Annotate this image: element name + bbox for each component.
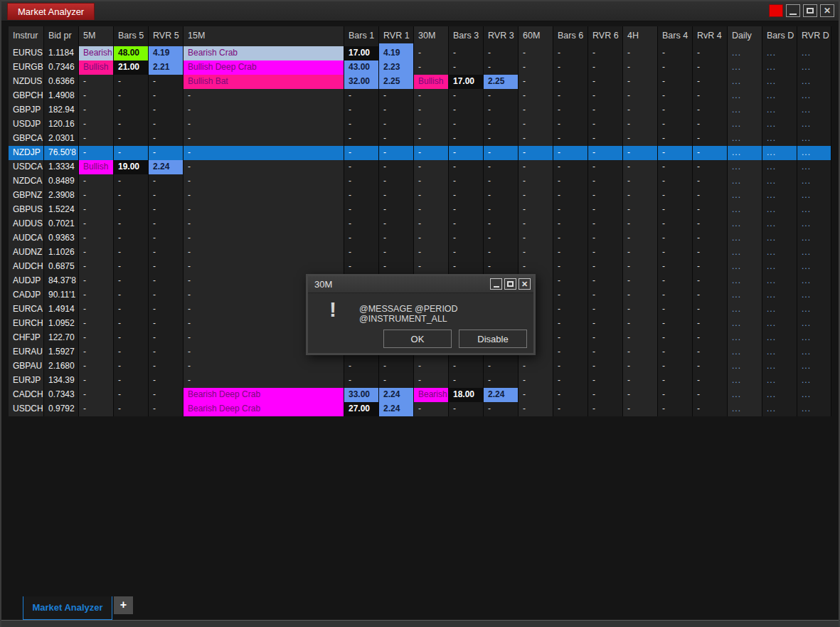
cell-bars15[interactable]: -: [344, 217, 379, 231]
cell-15m[interactable]: -: [184, 103, 344, 117]
cell-instrument[interactable]: USDJP: [9, 117, 44, 132]
cell-barsd[interactable]: ...: [762, 388, 797, 402]
cell-bars4[interactable]: -: [658, 374, 693, 388]
cell-bars15[interactable]: -: [344, 132, 379, 146]
cell-4h[interactable]: -: [623, 217, 658, 231]
column-header-rvr15[interactable]: RVR 1: [379, 26, 414, 46]
cell-rvr15[interactable]: -: [379, 217, 414, 231]
cell-15m[interactable]: -: [184, 246, 344, 260]
cell-rvr15[interactable]: -: [379, 146, 414, 160]
cell-bars60[interactable]: -: [553, 60, 588, 75]
cell-rvr60[interactable]: -: [588, 203, 623, 217]
cell-bars15[interactable]: -: [344, 246, 379, 260]
cell-instrument[interactable]: GBPNZ: [9, 189, 44, 203]
cell-rvrd[interactable]: ...: [797, 117, 831, 132]
cell-60m[interactable]: -: [519, 160, 553, 174]
cell-60m[interactable]: -: [519, 189, 553, 203]
cell-daily[interactable]: ...: [728, 89, 762, 103]
cell-rvrd[interactable]: ...: [797, 60, 831, 75]
cell-rvr15[interactable]: 4.19: [379, 46, 414, 60]
cell-60m[interactable]: -: [519, 217, 553, 231]
cell-bid[interactable]: 120.16: [44, 117, 79, 132]
cell-rvr15[interactable]: -: [379, 117, 414, 132]
cell-rvr15[interactable]: -: [379, 160, 414, 174]
grid-row-GBPCH[interactable]: GBPCH1.4908---------------.........: [9, 89, 831, 103]
cell-rvr60[interactable]: -: [588, 75, 623, 89]
cell-rvr60[interactable]: -: [588, 260, 623, 274]
cell-bars15[interactable]: -: [344, 374, 379, 388]
cell-bars60[interactable]: -: [553, 345, 588, 359]
cell-instrument[interactable]: EURJP: [9, 374, 44, 388]
cell-30m[interactable]: -: [414, 359, 449, 374]
cell-instrument[interactable]: NZDJP: [9, 146, 44, 160]
cell-rvr5[interactable]: 2.21: [149, 60, 184, 75]
cell-barsd[interactable]: ...: [762, 60, 797, 75]
cell-bars5[interactable]: 21.00: [114, 60, 149, 75]
cell-bars60[interactable]: -: [553, 359, 588, 374]
cell-instrument[interactable]: GBPAU: [9, 359, 44, 374]
cell-15m[interactable]: -: [184, 260, 344, 274]
cell-daily[interactable]: ...: [728, 331, 762, 345]
cell-60m[interactable]: -: [519, 260, 553, 274]
cell-rvr60[interactable]: -: [588, 46, 623, 60]
cell-bars15[interactable]: -: [344, 160, 379, 174]
cell-rvr5[interactable]: -: [149, 260, 184, 274]
cell-30m[interactable]: -: [414, 246, 449, 260]
cell-barsd[interactable]: ...: [762, 402, 797, 416]
column-header-rvr60[interactable]: RVR 6: [588, 26, 623, 46]
cell-rvrd[interactable]: ...: [797, 260, 831, 274]
cell-daily[interactable]: ...: [728, 274, 762, 288]
cell-5m[interactable]: -: [79, 132, 114, 146]
cell-bars60[interactable]: -: [553, 132, 588, 146]
cell-rvr4[interactable]: -: [693, 203, 728, 217]
cell-bars60[interactable]: -: [553, 402, 588, 416]
cell-bars15[interactable]: 32.00: [344, 75, 379, 89]
cell-bars4[interactable]: -: [658, 231, 693, 246]
grid-row-EURUS[interactable]: EURUS1.1184Bearish48.004.19Bearish Crab1…: [9, 46, 831, 60]
cell-rvr60[interactable]: -: [588, 132, 623, 146]
cell-4h[interactable]: -: [623, 203, 658, 217]
cell-rvr4[interactable]: -: [693, 189, 728, 203]
grid-row-AUDCA[interactable]: AUDCA0.9363---------------.........: [9, 231, 831, 246]
cell-rvr4[interactable]: -: [693, 146, 728, 160]
cell-bid[interactable]: 2.1680: [44, 359, 79, 374]
cell-60m[interactable]: -: [519, 103, 553, 117]
cell-bars4[interactable]: -: [658, 274, 693, 288]
cell-5m[interactable]: -: [79, 260, 114, 274]
cell-instrument[interactable]: EURCH: [9, 317, 44, 331]
close-button[interactable]: ✕: [820, 4, 834, 17]
cell-4h[interactable]: -: [623, 160, 658, 174]
cell-rvr15[interactable]: -: [379, 231, 414, 246]
cell-daily[interactable]: ...: [728, 46, 762, 60]
cell-rvr5[interactable]: 4.19: [149, 46, 184, 60]
cell-barsd[interactable]: ...: [762, 274, 797, 288]
cell-rvrd[interactable]: ...: [797, 288, 831, 302]
cell-rvr30[interactable]: -: [484, 359, 519, 374]
cell-5m[interactable]: -: [79, 189, 114, 203]
cell-30m[interactable]: Bullish: [414, 75, 449, 89]
cell-15m[interactable]: -: [184, 146, 344, 160]
cell-bars15[interactable]: -: [344, 103, 379, 117]
cell-bid[interactable]: 0.7346: [44, 60, 79, 75]
cell-barsd[interactable]: ...: [762, 46, 797, 60]
grid-row-EURJP[interactable]: EURJP134.39---------------.........: [9, 374, 831, 388]
cell-rvr30[interactable]: -: [484, 231, 519, 246]
cell-rvr15[interactable]: -: [379, 203, 414, 217]
cell-daily[interactable]: ...: [728, 402, 762, 416]
cell-bars4[interactable]: -: [658, 345, 693, 359]
cell-daily[interactable]: ...: [728, 117, 762, 132]
cell-rvr60[interactable]: -: [588, 388, 623, 402]
cell-bars5[interactable]: -: [114, 260, 149, 274]
column-header-bars30[interactable]: Bars 3: [449, 26, 484, 46]
grid-row-GBPUS[interactable]: GBPUS1.5224---------------.........: [9, 203, 831, 217]
cell-rvr4[interactable]: -: [693, 246, 728, 260]
cell-4h[interactable]: -: [623, 374, 658, 388]
cell-rvr30[interactable]: -: [484, 217, 519, 231]
cell-rvrd[interactable]: ...: [797, 132, 831, 146]
cell-bars4[interactable]: -: [658, 60, 693, 75]
cell-rvr5[interactable]: -: [149, 345, 184, 359]
cell-instrument[interactable]: USDCA: [9, 160, 44, 174]
cell-4h[interactable]: -: [623, 117, 658, 132]
cell-barsd[interactable]: ...: [762, 231, 797, 246]
cell-bars60[interactable]: -: [553, 203, 588, 217]
